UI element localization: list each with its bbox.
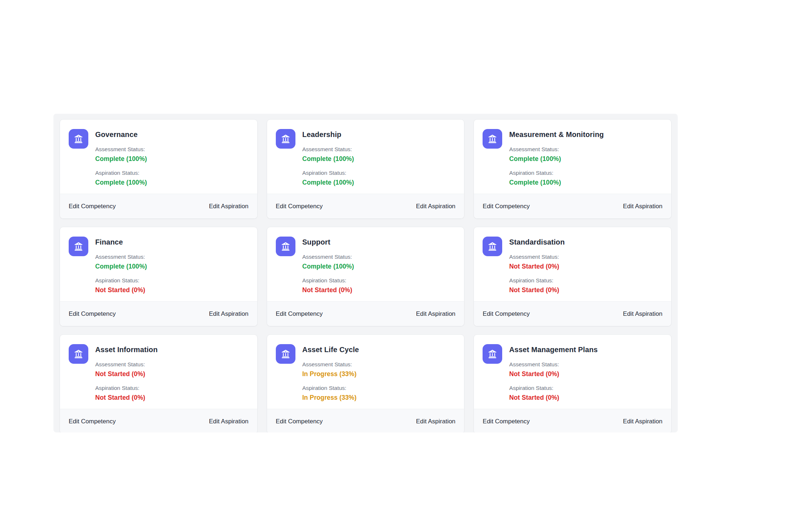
landmark-icon [69,344,88,364]
landmark-icon [276,129,295,149]
assessment-status-value: Complete (100%) [509,155,604,163]
competency-card: Asset Management Plans Assessment Status… [473,334,672,432]
edit-aspiration-link[interactable]: Edit Aspiration [416,203,456,210]
assessment-status-label: Assessment Status: [302,146,354,153]
card-footer: Edit Competency Edit Aspiration [267,409,464,432]
aspiration-status-value: Not Started (0%) [509,286,565,294]
competency-board: Governance Assessment Status: Complete (… [53,114,678,432]
landmark-icon [483,344,502,364]
aspiration-status-value: Complete (100%) [95,178,147,186]
assessment-status-value: Not Started (0%) [509,370,597,378]
card-footer: Edit Competency Edit Aspiration [60,409,257,432]
assessment-status-label: Assessment Status: [302,253,354,260]
card-text: Asset Information Assessment Status: Not… [95,344,158,402]
edit-competency-link[interactable]: Edit Competency [276,203,323,210]
card-title: Support [302,237,354,247]
edit-aspiration-link[interactable]: Edit Aspiration [623,310,662,318]
card-body: Measurement & Monitoring Assessment Stat… [474,120,671,194]
aspiration-status-value: Complete (100%) [509,178,604,186]
aspiration-status-label: Aspiration Status: [509,169,604,176]
card-footer: Edit Competency Edit Aspiration [474,409,671,432]
card-title: Asset Management Plans [509,345,597,354]
card-text: Measurement & Monitoring Assessment Stat… [509,129,604,186]
assessment-status-label: Assessment Status: [302,361,359,368]
aspiration-status-label: Aspiration Status: [95,384,158,391]
assessment-status-label: Assessment Status: [509,146,604,153]
page: { "page": { "background": "#ffffff" }, "… [0,0,790,532]
assessment-status-value: In Progress (33%) [302,370,359,378]
card-text: Leadership Assessment Status: Complete (… [302,129,354,186]
aspiration-status-value: Complete (100%) [302,178,354,186]
card-body: Finance Assessment Status: Complete (100… [60,227,257,301]
aspiration-status-label: Aspiration Status: [509,384,597,391]
edit-aspiration-link[interactable]: Edit Aspiration [416,418,456,425]
assessment-status-value: Not Started (0%) [509,262,565,270]
competency-card: Support Assessment Status: Complete (100… [267,227,465,326]
edit-aspiration-link[interactable]: Edit Aspiration [623,418,662,425]
competency-card-grid: Governance Assessment Status: Complete (… [60,119,672,432]
aspiration-status-value: In Progress (33%) [302,394,359,402]
card-title: Asset Information [95,345,158,354]
edit-competency-link[interactable]: Edit Competency [69,418,116,425]
card-title: Finance [95,237,147,247]
card-body: Governance Assessment Status: Complete (… [60,120,257,194]
card-text: Standardisation Assessment Status: Not S… [509,237,565,294]
card-title: Standardisation [509,237,565,247]
edit-competency-link[interactable]: Edit Competency [276,310,323,318]
card-title: Measurement & Monitoring [509,130,604,139]
card-body: Leadership Assessment Status: Complete (… [267,120,464,194]
card-body: Support Assessment Status: Complete (100… [267,227,464,301]
aspiration-status-label: Aspiration Status: [509,277,565,284]
competency-card: Governance Assessment Status: Complete (… [60,119,258,219]
edit-competency-link[interactable]: Edit Competency [69,203,116,210]
card-text: Asset Management Plans Assessment Status… [509,344,597,402]
assessment-status-label: Assessment Status: [95,253,147,260]
competency-card: Measurement & Monitoring Assessment Stat… [473,119,672,219]
aspiration-status-label: Aspiration Status: [302,277,354,284]
card-body: Asset Management Plans Assessment Status… [474,335,671,409]
edit-competency-link[interactable]: Edit Competency [276,418,323,425]
assessment-status-label: Assessment Status: [509,253,565,260]
aspiration-status-value: Not Started (0%) [95,286,147,294]
assessment-status-value: Complete (100%) [95,262,147,270]
card-title: Leadership [302,130,354,139]
aspiration-status-value: Not Started (0%) [302,286,354,294]
card-text: Finance Assessment Status: Complete (100… [95,237,147,294]
assessment-status-value: Not Started (0%) [95,370,158,378]
card-footer: Edit Competency Edit Aspiration [60,301,257,326]
card-body: Asset Information Assessment Status: Not… [60,335,257,409]
edit-aspiration-link[interactable]: Edit Aspiration [623,203,662,210]
landmark-icon [69,237,88,256]
assessment-status-value: Complete (100%) [302,262,354,270]
aspiration-status-label: Aspiration Status: [302,384,359,391]
landmark-icon [276,237,295,256]
aspiration-status-value: Not Started (0%) [509,394,597,402]
landmark-icon [483,129,502,149]
card-body: Standardisation Assessment Status: Not S… [474,227,671,301]
card-title: Governance [95,130,147,139]
assessment-status-value: Complete (100%) [95,155,147,163]
card-body: Asset Life Cycle Assessment Status: In P… [267,335,464,409]
edit-aspiration-link[interactable]: Edit Aspiration [209,310,249,318]
edit-competency-link[interactable]: Edit Competency [483,418,529,425]
card-text: Asset Life Cycle Assessment Status: In P… [302,344,359,402]
edit-aspiration-link[interactable]: Edit Aspiration [209,203,249,210]
card-text: Support Assessment Status: Complete (100… [302,237,354,294]
edit-competency-link[interactable]: Edit Competency [483,310,529,318]
card-footer: Edit Competency Edit Aspiration [474,301,671,326]
aspiration-status-label: Aspiration Status: [95,277,147,284]
edit-competency-link[interactable]: Edit Competency [69,310,116,318]
edit-competency-link[interactable]: Edit Competency [483,203,529,210]
competency-card: Asset Life Cycle Assessment Status: In P… [267,334,465,432]
landmark-icon [276,344,295,364]
assessment-status-label: Assessment Status: [95,361,158,368]
landmark-icon [69,129,88,149]
assessment-status-label: Assessment Status: [95,146,147,153]
card-text: Governance Assessment Status: Complete (… [95,129,147,186]
aspiration-status-value: Not Started (0%) [95,394,158,402]
edit-aspiration-link[interactable]: Edit Aspiration [416,310,456,318]
edit-aspiration-link[interactable]: Edit Aspiration [209,418,249,425]
competency-card: Leadership Assessment Status: Complete (… [267,119,465,219]
assessment-status-value: Complete (100%) [302,155,354,163]
card-footer: Edit Competency Edit Aspiration [60,194,257,218]
